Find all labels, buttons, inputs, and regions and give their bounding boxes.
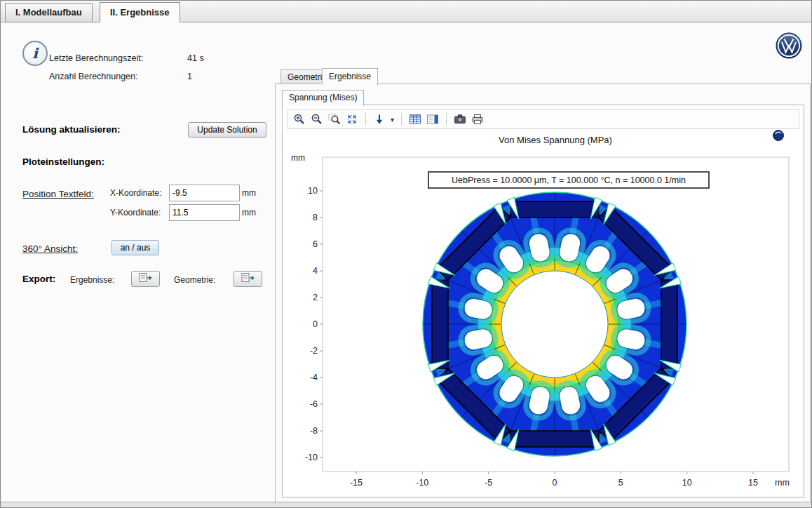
y-coordinate-label: Y-Koordinate:: [110, 208, 161, 218]
x-tick-label: 15: [748, 478, 758, 488]
toolbar-separator: [446, 113, 447, 126]
app-window: I. Modellaufbau II. Ergebnisse i Letzte …: [0, 0, 812, 508]
export-icon: [241, 272, 255, 286]
plot-title: Von Mises Spannung (MPa): [499, 135, 612, 145]
tab-modellaufbau-label: I. Modellaufbau: [15, 7, 82, 18]
y-tick-label: 10: [308, 186, 318, 196]
plot-toolbar: ▾: [287, 109, 799, 129]
y-tick-label: -8: [310, 426, 318, 436]
plot-tab-spannung-mises-label: Spannung (Mises): [289, 93, 357, 102]
table-icon[interactable]: [409, 113, 421, 126]
y-axis: 10 8 6 4 2 0 -2 -4 -6 -8 -10: [305, 186, 323, 462]
export-icon: [139, 272, 153, 286]
vw-logo: [776, 32, 802, 59]
x-tick-label: 10: [682, 478, 692, 488]
position-textfield-heading: Position Textfeld:: [22, 189, 94, 199]
x-coordinate-label: X-Koordinate:: [110, 188, 161, 198]
y-tick-label: 8: [313, 213, 318, 222]
annotation-text: UebPress = 10.0000 μm, T = 100.000 °C, n…: [452, 175, 686, 185]
zoom-extents-icon[interactable]: [346, 113, 358, 126]
x-axis-unit: mm: [775, 478, 790, 488]
x-tick-label: 0: [553, 478, 557, 488]
update-solution-button[interactable]: Update Solution: [188, 122, 266, 138]
print-icon[interactable]: [471, 113, 484, 126]
x-tick-label: -15: [350, 478, 363, 488]
main-tabbar: I. Modellaufbau II. Ergebnisse: [1, 1, 811, 22]
snapshot-camera-icon[interactable]: [454, 113, 466, 126]
plot-group-box: ▾: [282, 105, 804, 497]
export-results-label: Ergebnisse:: [70, 275, 114, 285]
last-computation-value: 41 s: [187, 53, 204, 63]
results-tab-ergebnisse-label: Ergebnisse: [329, 72, 371, 81]
color-legend-icon[interactable]: [426, 113, 439, 126]
plot-settings-heading: Ploteinstellungen:: [22, 156, 104, 167]
x-coordinate-input[interactable]: [169, 185, 240, 201]
zoom-in-icon[interactable]: [293, 113, 306, 126]
annotation-box: UebPress = 10.0000 μm, T = 100.000 °C, n…: [428, 172, 709, 188]
export-geometry-label: Geometrie:: [174, 275, 215, 285]
content-area: i Letzte Berechnungszeit: 41 s Anzahl Be…: [1, 22, 811, 502]
tab-ergebnisse-label: II. Ergebnisse: [110, 7, 170, 18]
rotor-cross-section: [423, 192, 686, 456]
y-tick-label: -10: [305, 453, 318, 462]
y-tick-label: -4: [310, 373, 318, 382]
x-axis: -15 -10 -5 0 5 10 15 mm: [350, 472, 790, 488]
tab-modellaufbau[interactable]: I. Modellaufbau: [5, 4, 93, 22]
y-coordinate-input[interactable]: [169, 204, 240, 221]
zoom-out-icon[interactable]: [311, 113, 323, 126]
zoom-box-icon[interactable]: [328, 113, 341, 126]
view-360-heading: 360° Ansicht:: [22, 243, 78, 254]
export-results-button[interactable]: [131, 271, 160, 287]
computation-count-label: Anzahl Berechnungen:: [49, 72, 137, 81]
results-tab-geometrie-label: Geometrie: [287, 72, 327, 82]
last-computation-label: Letzte Berechnungszeit:: [49, 53, 143, 63]
y-tick-label: 2: [313, 293, 318, 302]
tab-ergebnisse[interactable]: II. Ergebnisse: [100, 2, 180, 22]
export-heading: Export:: [22, 274, 55, 284]
toolbar-separator: [365, 113, 366, 126]
go-to-default-view-icon[interactable]: [373, 113, 386, 126]
toolbar-separator: [401, 113, 402, 126]
results-tab-ergebnisse[interactable]: Ergebnisse: [322, 68, 378, 85]
info-icon: i: [22, 41, 48, 66]
update-solution-heading: Lösung aktualisieren:: [22, 124, 121, 135]
y-tick-label: 0: [313, 319, 318, 329]
window-footer: [1, 502, 811, 507]
y-tick-label: 6: [313, 239, 318, 249]
stress-plot-canvas[interactable]: Von Mises Spannung (MPa) mm 10 8 6 4 2: [283, 128, 804, 495]
y-tick-label: -6: [310, 399, 318, 409]
x-tick-label: 5: [618, 478, 623, 488]
x-tick-label: -5: [485, 478, 492, 488]
x-tick-label: -10: [416, 478, 428, 488]
computation-count-value: 1: [187, 72, 192, 81]
y-tick-label: 4: [313, 266, 318, 276]
y-axis-unit: mm: [291, 153, 305, 163]
y-coordinate-unit: mm: [242, 208, 256, 218]
view-360-toggle-button[interactable]: an / aus: [111, 240, 159, 255]
view-dropdown-caret-icon[interactable]: ▾: [391, 116, 394, 123]
x-coordinate-unit: mm: [242, 188, 256, 198]
plot-floater-icon[interactable]: [773, 131, 784, 141]
export-geometry-button[interactable]: [234, 271, 262, 287]
y-tick-label: -2: [310, 346, 318, 356]
plot-tab-spannung-mises[interactable]: Spannung (Mises): [282, 90, 364, 106]
